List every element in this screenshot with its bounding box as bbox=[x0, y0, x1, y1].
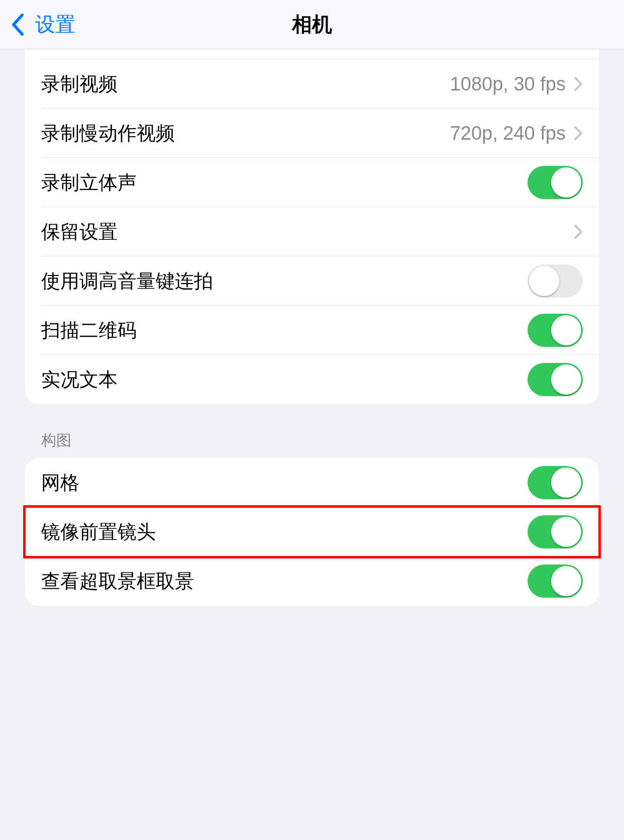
row-stereo-sound: 录制立体声 bbox=[25, 158, 599, 207]
group-header-composition: 构图 bbox=[41, 430, 583, 451]
row-label: 查看超取景框取景 bbox=[41, 569, 194, 594]
row-record-slomo[interactable]: 录制慢动作视频 720p, 240 fps bbox=[25, 109, 599, 158]
row-label: 镜像前置镜头 bbox=[41, 519, 156, 545]
settings-group-composition: 网格 镜像前置镜头 查看超取景框取景 bbox=[25, 458, 599, 606]
row-scan-qr: 扫描二维码 bbox=[25, 306, 599, 355]
row-mirror-front-camera: 镜像前置镜头 bbox=[25, 507, 599, 556]
chevron-right-icon bbox=[574, 126, 583, 141]
nav-bar: 设置 相机 bbox=[0, 0, 624, 49]
row-grid: 网格 bbox=[25, 458, 599, 507]
settings-group-1: 录制视频 1080p, 30 fps 录制慢动作视频 720p, 240 fps… bbox=[25, 49, 599, 404]
row-label: 网格 bbox=[41, 470, 79, 496]
row-value: 720p, 240 fps bbox=[450, 123, 566, 144]
switch-grid[interactable] bbox=[528, 466, 583, 499]
row-label: 录制立体声 bbox=[41, 170, 137, 196]
row-view-outside-frame: 查看超取景框取景 bbox=[25, 556, 599, 606]
chevron-right-icon bbox=[574, 76, 583, 91]
row-live-text: 实况文本 bbox=[25, 355, 599, 404]
switch-live-text[interactable] bbox=[528, 363, 583, 396]
back-label: 设置 bbox=[35, 11, 75, 38]
switch-mirror-front-camera[interactable] bbox=[528, 515, 583, 548]
switch-volume-burst[interactable] bbox=[528, 264, 583, 298]
row-label: 保留设置 bbox=[41, 219, 118, 245]
back-button[interactable]: 设置 bbox=[11, 11, 75, 38]
switch-scan-qr[interactable] bbox=[528, 314, 583, 347]
chevron-right-icon bbox=[574, 224, 583, 239]
row-record-video[interactable]: 录制视频 1080p, 30 fps bbox=[25, 59, 599, 109]
row-volume-burst: 使用调高音量键连拍 bbox=[25, 256, 599, 306]
row-value: 1080p, 30 fps bbox=[450, 73, 566, 95]
row-label: 实况文本 bbox=[41, 367, 118, 393]
row-preserve-settings[interactable]: 保留设置 bbox=[25, 207, 599, 256]
row-label: 录制慢动作视频 bbox=[41, 121, 175, 146]
content: 录制视频 1080p, 30 fps 录制慢动作视频 720p, 240 fps… bbox=[0, 49, 624, 606]
switch-stereo-sound[interactable] bbox=[528, 166, 583, 199]
switch-view-outside-frame[interactable] bbox=[528, 565, 583, 598]
chevron-left-icon bbox=[11, 14, 24, 36]
page-title: 相机 bbox=[292, 11, 332, 38]
row-label: 使用调高音量键连拍 bbox=[41, 268, 213, 294]
row-label: 录制视频 bbox=[41, 71, 118, 97]
row-label: 扫描二维码 bbox=[41, 318, 137, 343]
